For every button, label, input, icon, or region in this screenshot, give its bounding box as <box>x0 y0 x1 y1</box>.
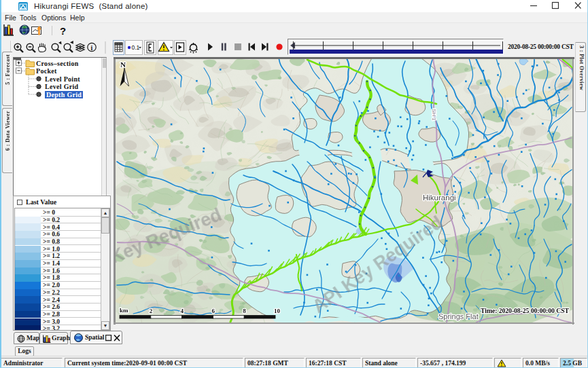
svg-text:4: 4 <box>181 308 184 314</box>
svg-text:Hikurangi: Hikurangi <box>423 194 456 202</box>
svg-text:i: i <box>91 44 93 52</box>
svg-text:SH 1: SH 1 <box>431 109 437 121</box>
svg-text:8: 8 <box>243 308 246 314</box>
svg-text:6: 6 <box>211 308 215 314</box>
svg-text:N: N <box>120 60 126 69</box>
svg-text:Springs Flat: Springs Flat <box>438 312 479 320</box>
svg-text:Time: 2020-08-25 00:00:00 CST: Time: 2020-08-25 00:00:00 CST <box>481 307 570 314</box>
svg-text:km: km <box>120 307 128 314</box>
svg-text:?: ? <box>60 25 66 37</box>
svg-text:0.1: 0.1 <box>132 44 140 51</box>
svg-text:2: 2 <box>150 308 153 314</box>
svg-text:10: 10 <box>274 308 281 314</box>
